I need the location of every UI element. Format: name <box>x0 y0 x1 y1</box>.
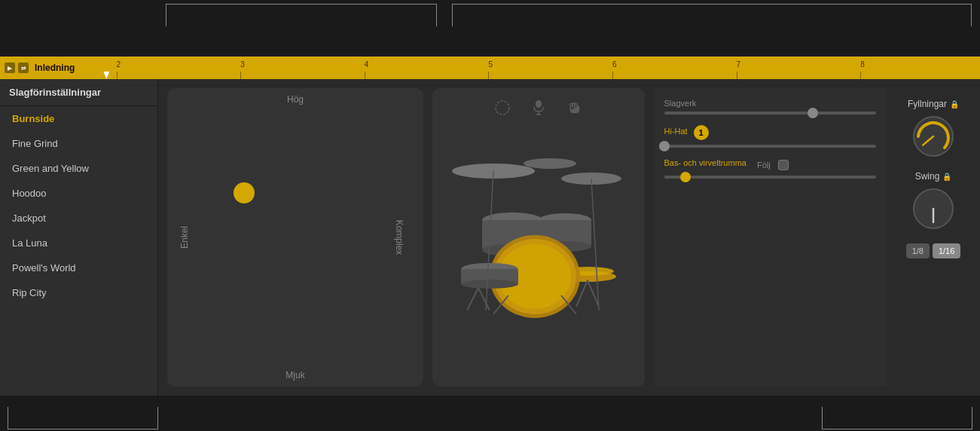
mic-icon[interactable] <box>528 97 549 118</box>
tick-5: 5 <box>488 60 493 69</box>
svg-point-6 <box>524 158 576 169</box>
swing-label: Swing 🔒 <box>915 171 952 182</box>
drum-kit-svg <box>433 130 644 318</box>
svg-point-1 <box>536 100 542 108</box>
ruler[interactable]: ▶ ⇄ Inledning 2 3 4 5 6 7 8 <box>0 57 980 79</box>
sidebar-item-burnside[interactable]: Burnside <box>0 106 157 131</box>
hihat-slider[interactable] <box>664 145 877 148</box>
sidebar-item-fine-grind[interactable]: Fine Grind <box>0 131 157 156</box>
bass-thumb[interactable] <box>680 172 691 182</box>
bass-slider[interactable] <box>664 176 877 179</box>
bracket-top-left <box>166 4 437 26</box>
hihat-label: Hi-Hat <box>664 127 688 136</box>
fyllningar-knob[interactable] <box>911 114 956 159</box>
ruler-title: Inledning <box>35 63 75 73</box>
follow-checkbox[interactable] <box>778 160 789 170</box>
xy-dot[interactable] <box>234 182 255 203</box>
follow-row: Bas- och virveltrumma Följ <box>664 158 877 171</box>
drum-kit-display <box>432 118 645 329</box>
ruler-ticks: 2 3 4 5 6 7 8 <box>90 57 975 79</box>
content-area: Hög Mjuk Enkel Komplex <box>158 79 980 396</box>
fyllningar-label: Fyllningar 🔒 <box>908 99 959 109</box>
hand-icon[interactable] <box>564 97 585 118</box>
sidebar-item-powells-world[interactable]: Powell's World <box>0 255 157 280</box>
fyllningar-section: Fyllningar 🔒 <box>903 99 963 159</box>
main-area: Slagförinställningar Burnside Fine Grind… <box>0 79 980 396</box>
bass-label: Bas- och virveltrumma <box>664 158 746 167</box>
tick-6: 6 <box>612 60 617 69</box>
sidebar-item-green-and-yellow[interactable]: Green and Yellow <box>0 156 157 181</box>
bass-control: Bas- och virveltrumma Följ <box>664 158 877 179</box>
play-icon[interactable]: ▶ <box>5 63 15 73</box>
swing-section: Swing 🔒 <box>903 171 963 231</box>
hihat-control: Hi-Hat 1 <box>664 125 877 148</box>
xy-label-left: Enkel <box>179 226 190 249</box>
percussion-label: Slagverk <box>664 99 877 108</box>
fyllningar-lock-icon[interactable]: 🔒 <box>950 100 959 109</box>
svg-point-20 <box>461 280 518 289</box>
drum-icons-row <box>432 88 645 118</box>
fyllningar-panel: Fyllningar 🔒 Swing 🔒 <box>896 88 971 387</box>
percussion-slider[interactable] <box>664 112 877 115</box>
tick-3: 3 <box>240 60 245 69</box>
hihat-thumb[interactable] <box>659 141 670 151</box>
svg-line-25 <box>467 288 478 310</box>
tick-2: 2 <box>117 60 121 69</box>
tick-7: 7 <box>737 60 741 69</box>
frac-sixteenth-button[interactable]: 1/16 <box>933 243 960 258</box>
fraction-buttons: 1/8 1/16 <box>906 243 961 258</box>
swing-knob[interactable] <box>911 186 956 231</box>
ruler-icons: ▶ ⇄ <box>5 63 29 73</box>
follow-label: Följ <box>757 160 771 170</box>
sidebar-item-rip-city[interactable]: Rip City <box>0 280 157 305</box>
xy-pad[interactable]: Hög Mjuk Enkel Komplex <box>167 88 423 387</box>
top-area <box>0 0 980 57</box>
xy-label-top: Hög <box>287 94 304 105</box>
sidebar-header: Slagförinställningar <box>0 79 157 106</box>
hihat-select-icon[interactable] <box>492 97 513 118</box>
bracket-bottom-left <box>8 407 158 429</box>
frac-eighth-button[interactable]: 1/8 <box>906 243 930 258</box>
bracket-bottom-right <box>822 407 972 429</box>
drum-controls: Slagverk Hi-Hat 1 Bas- och virveltrumma <box>654 88 887 387</box>
xy-label-right: Komplex <box>395 220 405 255</box>
tick-4: 4 <box>365 60 369 69</box>
swing-lock-icon[interactable]: 🔒 <box>942 173 951 181</box>
sidebar-item-hoodoo[interactable]: Hoodoo <box>0 181 157 206</box>
sidebar-item-jackpot[interactable]: Jackpot <box>0 206 157 231</box>
tick-8: 8 <box>860 60 865 69</box>
bracket-top-right <box>452 4 972 26</box>
percussion-control: Slagverk <box>664 99 877 115</box>
hihat-badge: 1 <box>694 125 709 140</box>
hihat-row: Hi-Hat 1 <box>664 125 877 140</box>
loop-icon[interactable]: ⇄ <box>18 63 29 73</box>
sidebar-item-la-luna[interactable]: La Luna <box>0 231 157 255</box>
svg-line-26 <box>478 288 490 310</box>
drum-area <box>432 88 645 387</box>
svg-point-0 <box>496 101 509 115</box>
xy-label-bottom: Mjuk <box>285 370 304 381</box>
percussion-thumb[interactable] <box>808 108 818 118</box>
bottom-area <box>0 396 980 431</box>
sidebar: Slagförinställningar Burnside Fine Grind… <box>0 79 158 396</box>
